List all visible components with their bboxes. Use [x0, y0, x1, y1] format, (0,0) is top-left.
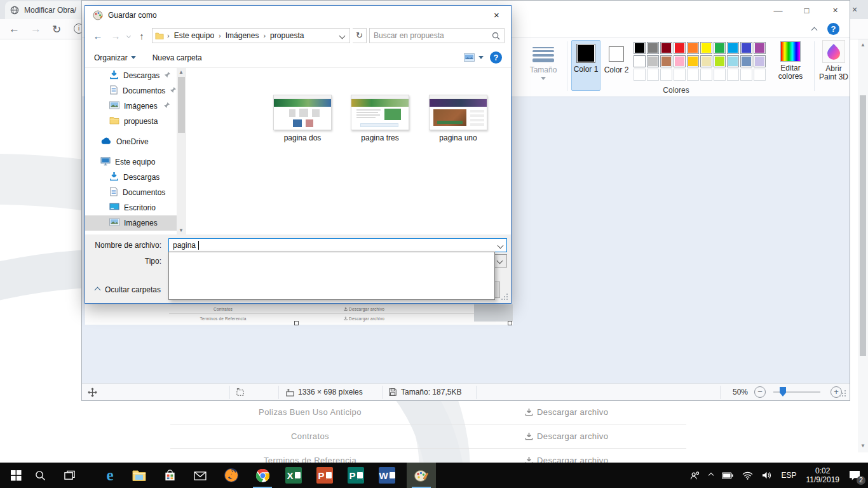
- minimize-icon[interactable]: —: [764, 1, 792, 20]
- edit-colors-button[interactable]: Editar colores: [772, 41, 809, 81]
- sidebar-item-propuesta[interactable]: propuesta: [85, 114, 177, 129]
- palette-color-swatch[interactable]: [740, 42, 752, 54]
- language-indicator[interactable]: ESP: [776, 463, 801, 488]
- taskbar-chrome-icon[interactable]: [248, 463, 277, 488]
- breadcrumb-propuesta[interactable]: propuesta: [269, 31, 305, 40]
- palette-color-swatch[interactable]: [634, 55, 646, 67]
- palette-color-swatch[interactable]: [674, 42, 686, 54]
- palette-color-swatch[interactable]: [674, 55, 686, 67]
- sidebar-item-imágenes[interactable]: Imágenes: [85, 215, 177, 231]
- palette-empty-slot[interactable]: [754, 69, 766, 81]
- palette-color-swatch[interactable]: [740, 55, 752, 67]
- up-icon[interactable]: ↑: [134, 30, 149, 41]
- palette-color-swatch[interactable]: [727, 55, 739, 67]
- palette-empty-slot[interactable]: [674, 69, 686, 81]
- close-icon[interactable]: ×: [821, 1, 850, 20]
- collapse-ribbon-icon[interactable]: [811, 27, 818, 34]
- download-file-link[interactable]: Descargar archivo: [525, 456, 608, 463]
- palette-color-swatch[interactable]: [714, 55, 726, 67]
- taskbar-explorer-icon[interactable]: [125, 463, 154, 488]
- forward-icon[interactable]: →: [108, 30, 123, 41]
- clock[interactable]: 0:02 11/9/2019: [801, 466, 845, 484]
- back-icon[interactable]: ←: [90, 30, 105, 41]
- sidebar-scrollbar[interactable]: ▲ ▼: [177, 68, 186, 234]
- maximize-icon[interactable]: □: [792, 1, 821, 20]
- browser-reload-icon[interactable]: ↻: [52, 23, 61, 36]
- palette-empty-slot[interactable]: [687, 69, 699, 81]
- palette-empty-slot[interactable]: [714, 69, 726, 81]
- sidebar-item-documentos[interactable]: Documentos: [85, 83, 177, 98]
- dialog-close-icon[interactable]: ×: [482, 6, 511, 24]
- battery-icon[interactable]: [717, 463, 738, 488]
- palette-color-swatch[interactable]: [754, 55, 766, 67]
- selection-handle[interactable]: [508, 321, 512, 325]
- palette-color-swatch[interactable]: [634, 42, 646, 54]
- open-paint3d-button[interactable]: Abrir Paint 3D: [818, 40, 850, 81]
- scroll-down-icon[interactable]: ▼: [179, 227, 184, 233]
- palette-color-swatch[interactable]: [714, 42, 726, 54]
- wifi-icon[interactable]: [738, 463, 757, 488]
- filename-input[interactable]: pagina: [168, 238, 507, 252]
- taskbar-powerpoint-icon[interactable]: P: [310, 463, 339, 488]
- people-icon[interactable]: [685, 463, 705, 488]
- dialog-resize-grip[interactable]: [500, 292, 508, 300]
- color2-button[interactable]: Color 2: [603, 40, 630, 91]
- chrome-close-icon[interactable]: ×: [852, 4, 857, 15]
- palette-color-swatch[interactable]: [754, 42, 766, 54]
- taskbar-edge-icon[interactable]: e: [95, 463, 125, 488]
- hidden-icons-chevron[interactable]: [705, 463, 717, 488]
- breadcrumb[interactable]: › Este equipo › Imágenes › propuesta: [152, 28, 350, 43]
- palette-color-swatch[interactable]: [700, 42, 712, 54]
- palette-color-swatch[interactable]: [647, 55, 659, 67]
- palette-empty-slot[interactable]: [647, 69, 659, 81]
- color1-button[interactable]: Color 1: [571, 40, 600, 91]
- selection-handle[interactable]: [294, 321, 299, 325]
- paint-help-icon[interactable]: ?: [827, 23, 839, 35]
- palette-color-swatch[interactable]: [687, 42, 699, 54]
- sidebar-item-escritorio[interactable]: Escritorio: [85, 200, 177, 215]
- scrollbar-thumb[interactable]: [178, 77, 185, 133]
- recent-locations-icon[interactable]: [126, 33, 131, 37]
- palette-color-swatch[interactable]: [727, 42, 739, 54]
- taskbar-word-icon[interactable]: W: [372, 463, 402, 488]
- filetype-dropdown-icon[interactable]: [497, 258, 503, 264]
- taskbar-firefox-icon[interactable]: [217, 463, 246, 488]
- browser-back-icon[interactable]: ←: [9, 23, 20, 36]
- taskbar-paint-icon[interactable]: [407, 463, 436, 488]
- view-button[interactable]: [464, 53, 484, 62]
- browser-forward-icon[interactable]: →: [31, 23, 41, 36]
- new-folder-button[interactable]: Nueva carpeta: [153, 53, 202, 62]
- zoom-out-icon[interactable]: −: [754, 386, 766, 398]
- palette-empty-slot[interactable]: [727, 69, 739, 81]
- action-center-icon[interactable]: 2: [844, 463, 868, 488]
- address-dropdown-icon[interactable]: [339, 32, 346, 39]
- sidebar-item-descargas[interactable]: Descargas: [85, 170, 177, 185]
- search-input[interactable]: Buscar en propuesta: [369, 28, 505, 43]
- breadcrumb-this-pc[interactable]: Este equipo: [173, 31, 215, 40]
- file-item-pagina-tres[interactable]: pagina tres: [347, 95, 413, 142]
- palette-empty-slot[interactable]: [740, 69, 752, 81]
- palette-empty-slot[interactable]: [660, 69, 672, 81]
- filename-dropdown-icon[interactable]: [498, 242, 504, 248]
- palette-color-swatch[interactable]: [700, 55, 712, 67]
- sidebar-item-onedrive[interactable]: OneDrive: [85, 134, 177, 149]
- palette-color-swatch[interactable]: [660, 42, 672, 54]
- organize-button[interactable]: Organizar: [94, 53, 136, 62]
- palette-color-swatch[interactable]: [660, 55, 672, 67]
- breadcrumb-pictures[interactable]: Imágenes: [224, 31, 261, 40]
- zoom-slider-thumb[interactable]: [780, 387, 786, 396]
- scrollbar-thumb[interactable]: [860, 95, 866, 356]
- download-file-link[interactable]: Descargar archivo: [525, 407, 608, 417]
- file-item-pagina-dos[interactable]: pagina dos: [269, 95, 336, 142]
- sidebar-item-este-equipo[interactable]: Este equipo: [85, 154, 177, 170]
- palette-color-swatch[interactable]: [647, 42, 659, 54]
- taskbar-store-icon[interactable]: [155, 463, 184, 488]
- hide-folders-button[interactable]: Ocultar carpetas: [95, 285, 161, 294]
- filename-autocomplete-panel[interactable]: [168, 252, 495, 300]
- palette-color-swatch[interactable]: [687, 55, 699, 67]
- taskbar-task-view-icon[interactable]: [55, 463, 84, 488]
- refresh-icon[interactable]: ↻: [353, 28, 367, 43]
- page-scrollbar[interactable]: ▲ ▼: [858, 39, 868, 452]
- scroll-up-icon[interactable]: ▲: [860, 42, 865, 48]
- taskbar-mail-icon[interactable]: [186, 463, 215, 488]
